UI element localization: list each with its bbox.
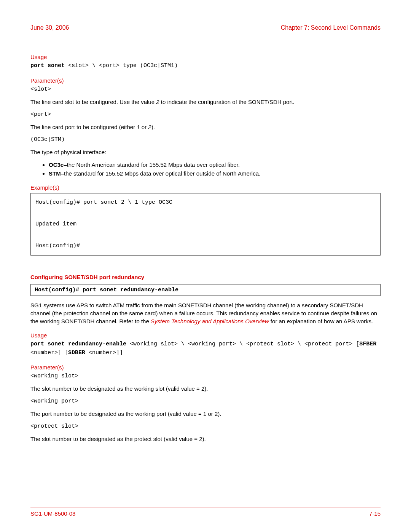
command-box: Host(config)# port sonet redundancy-enab…: [30, 284, 381, 296]
doc-link[interactable]: System Technology and Applications Overv…: [151, 318, 269, 324]
footer-page-number: 7-15: [369, 510, 381, 517]
param-working-port-desc: The port number to be designated as the …: [30, 410, 381, 418]
bullet-oc3c: OC3c–the North American standard for 155…: [49, 161, 381, 169]
param-type: (OC3c|STM): [30, 136, 381, 144]
usage2-syntax: port sonet redundancy-enable <working sl…: [30, 340, 381, 357]
param-port-desc: The line card port to be configured (eit…: [30, 123, 381, 131]
usage-cmd-bold: port sonet: [30, 62, 68, 69]
examples-label: Example(s): [30, 184, 381, 191]
param-working-slot-desc: The slot number to be designated as the …: [30, 385, 381, 393]
header-date: June 30, 2006: [30, 24, 69, 31]
param-protect-slot-desc: The slot number to be designated as the …: [30, 435, 381, 443]
parameters-label: Parameter(s): [30, 77, 381, 84]
example-box: Host(config)# port sonet 2 \ 1 type OC3C…: [30, 193, 381, 256]
footer-doc-id: SG1-UM-8500-03: [30, 510, 75, 517]
param-port: <port>: [30, 110, 381, 118]
usage-syntax: port sonet <slot> \ <port> type (OC3c|ST…: [30, 62, 381, 70]
parameters2-label: Parameter(s): [30, 364, 381, 371]
section2-desc: SG1 systems use APS to switch ATM traffi…: [30, 301, 381, 325]
page-header: June 30, 2006 Chapter 7: Second Level Co…: [30, 24, 381, 33]
param-working-slot: <working slot>: [30, 372, 381, 380]
header-chapter: Chapter 7: Second Level Commands: [281, 24, 381, 31]
page-footer: SG1-UM-8500-03 7-15: [30, 508, 381, 517]
usage2-label: Usage: [30, 332, 381, 339]
type-bullets: OC3c–the North American standard for 155…: [30, 161, 381, 177]
section2-heading: Configuring SONET/SDH port redundancy: [30, 274, 381, 280]
page: June 30, 2006 Chapter 7: Second Level Co…: [0, 0, 411, 532]
param-protect-slot: <protect slot>: [30, 422, 381, 430]
param-slot-desc: The line card slot to be configured. Use…: [30, 98, 381, 106]
param-slot: <slot>: [30, 85, 381, 93]
usage-cmd-rest: <slot> \ <port> type (OC3c|STM1): [68, 62, 178, 69]
param-working-port: <working port>: [30, 397, 381, 405]
usage-label: Usage: [30, 54, 381, 60]
param-type-desc: The type of physical interface:: [30, 148, 381, 156]
bullet-stm: STM–the standard for 155.52 Mbps data ov…: [49, 169, 381, 177]
